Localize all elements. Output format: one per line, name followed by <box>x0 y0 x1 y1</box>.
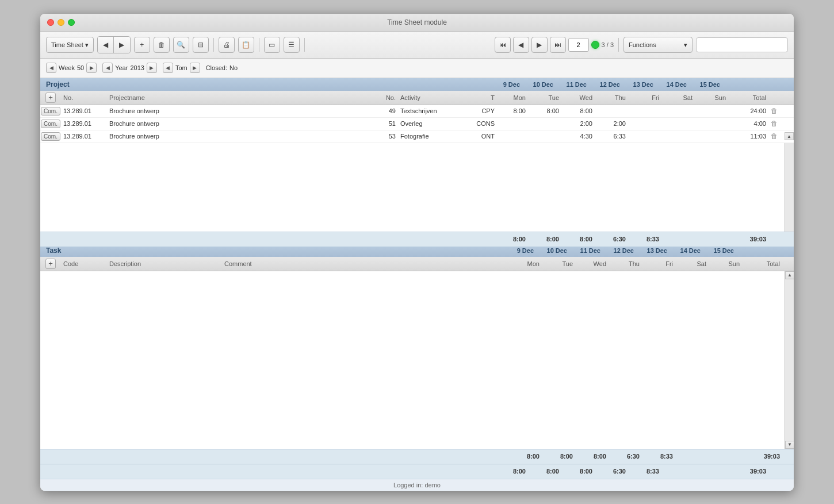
delete-row-3-button[interactable]: 🗑 <box>771 132 778 140</box>
minimize-button[interactable] <box>58 19 64 26</box>
module-dropdown[interactable]: Time Sheet ▾ <box>46 37 94 53</box>
thu-3[interactable]: 6:33 <box>597 133 630 140</box>
del-header-space <box>765 81 779 88</box>
delete-row-2-button[interactable]: 🗑 <box>771 120 778 128</box>
grand-total-row: 8:00 8:00 8:00 6:30 8:33 39:03 <box>40 464 794 479</box>
project-name-2: Brochure ontwerp <box>107 120 374 127</box>
export-button[interactable]: 📋 <box>238 37 254 53</box>
year-prev-button[interactable]: ◀ <box>102 63 113 73</box>
print-button[interactable]: 🖨 <box>219 37 235 53</box>
delete-record-button[interactable]: 🗑 <box>154 37 170 53</box>
view-single-button[interactable]: ▭ <box>264 37 280 53</box>
comment-button-3[interactable]: Com. <box>41 132 60 141</box>
task-col-total-header: Total <box>744 260 785 267</box>
col-thu-header: Thu <box>597 94 630 101</box>
nav-bar: ◀ Week 50 ▶ ◀ Year 2013 ▶ ◀ Tom ▶ Closed… <box>40 59 794 78</box>
task-col-desc-header: Description <box>107 260 222 267</box>
task-table-body: ▲ ▼ <box>40 271 794 449</box>
add-project-row-button[interactable]: + <box>45 93 56 103</box>
task-scroll-up-arrow[interactable]: ▲ <box>785 271 794 279</box>
year-nav: ◀ Year 2013 ▶ <box>102 63 157 73</box>
add-task-row-button[interactable]: + <box>45 259 56 269</box>
project-table-header: + No. Projectname No. Activity T Mon Tue… <box>40 91 794 105</box>
page-navigation: ⏮ ◀ ▶ ⏭ 2 3 / 3 <box>495 37 614 53</box>
thu-2[interactable]: 2:00 <box>597 120 630 127</box>
toolbar: Time Sheet ▾ ◀ ▶ + 🗑 🔍 ⊟ 🖨 📋 ▭ ☰ ⏮ ◀ ▶ ⏭… <box>40 32 794 59</box>
type-1: CPY <box>468 107 497 114</box>
duplicate-button[interactable]: ⊟ <box>193 37 209 53</box>
main-content: Project 9 Dec 10 Dec 11 Dec 12 Dec 13 De… <box>40 78 794 479</box>
total-3: 11:03 <box>730 133 771 140</box>
task-col-sat-header: Sat <box>678 260 711 267</box>
last-page-button[interactable]: ⏭ <box>550 37 566 53</box>
task-footer-thu: 6:30 <box>611 453 644 460</box>
year-next-button[interactable]: ▶ <box>147 63 157 73</box>
tue-1[interactable]: 8:00 <box>530 107 564 114</box>
col-actno-header: No. <box>374 94 399 101</box>
task-footer-wed: 8:00 <box>577 453 611 460</box>
footer-mon: 8:00 <box>497 236 530 243</box>
wed-3[interactable]: 4:30 <box>564 133 597 140</box>
activity-1: Textschrijven <box>399 107 468 114</box>
nav-group: ◀ ▶ <box>97 36 131 53</box>
col-t-header: T <box>468 94 497 101</box>
date-13dec: 13 Dec <box>625 81 658 88</box>
grand-total-mon: 8:00 <box>497 468 530 475</box>
footer-fri: 8:33 <box>630 236 664 243</box>
task-col-thu-header: Thu <box>611 260 644 267</box>
week-value: 50 <box>77 64 84 71</box>
search-input[interactable] <box>696 37 788 52</box>
date-9dec: 9 Dec <box>491 81 525 88</box>
task-date-9dec: 9 Dec <box>505 247 538 254</box>
col-mon-header: Mon <box>497 94 530 101</box>
task-scroll-down-arrow[interactable]: ▼ <box>785 441 794 449</box>
person-next-button[interactable]: ▶ <box>190 63 200 73</box>
week-label: Week <box>59 64 75 71</box>
footer-total: 39:03 <box>730 236 771 243</box>
type-2: CONS <box>468 120 497 127</box>
wed-2[interactable]: 2:00 <box>564 120 597 127</box>
page-count: 3 / 3 <box>602 41 614 48</box>
date-11dec: 11 Dec <box>558 81 591 88</box>
next-button[interactable]: ▶ <box>114 37 130 53</box>
act-no-3: 53 <box>374 133 399 140</box>
main-window: Time Sheet module Time Sheet ▾ ◀ ▶ + 🗑 🔍… <box>40 14 794 491</box>
task-date-12dec: 12 Dec <box>605 247 638 254</box>
task-table-footer: 8:00 8:00 8:00 6:30 8:33 39:03 <box>40 449 794 464</box>
page-number-input[interactable]: 2 <box>568 38 589 52</box>
prev-button[interactable]: ◀ <box>98 37 114 53</box>
delete-row-1-button[interactable]: 🗑 <box>771 107 778 115</box>
scroll-up-arrow[interactable]: ▲ <box>785 132 794 140</box>
person-prev-button[interactable]: ◀ <box>163 63 173 73</box>
functions-arrow: ▾ <box>684 41 687 49</box>
week-prev-button[interactable]: ◀ <box>46 63 56 73</box>
year-value: 2013 <box>130 64 144 71</box>
maximize-button[interactable] <box>68 19 75 26</box>
week-next-button[interactable]: ▶ <box>86 63 97 73</box>
first-page-button[interactable]: ⏮ <box>495 37 511 53</box>
project-name-1: Brochure ontwerp <box>107 107 374 114</box>
task-footer-fri: 8:33 <box>644 453 678 460</box>
total-2: 4:00 <box>730 120 771 127</box>
activity-2: Overleg <box>399 120 468 127</box>
add-record-button[interactable]: + <box>134 37 150 53</box>
comment-button-1[interactable]: Com. <box>41 107 60 116</box>
task-date-14dec: 14 Dec <box>672 247 705 254</box>
view-list-button[interactable]: ☰ <box>284 37 300 53</box>
traffic-lights <box>47 19 75 26</box>
prev-page-button[interactable]: ◀ <box>513 37 529 53</box>
table-row: Com. 13.289.01 Brochure ontwerp 49 Texts… <box>40 105 794 118</box>
wed-1[interactable]: 8:00 <box>564 107 597 114</box>
task-section-title: Task <box>46 247 505 255</box>
total-1: 24:00 <box>730 107 771 114</box>
comment-button-2[interactable]: Com. <box>41 120 60 128</box>
mon-1[interactable]: 8:00 <box>497 107 530 114</box>
next-page-button[interactable]: ▶ <box>531 37 548 53</box>
col-tue-header: Tue <box>530 94 564 101</box>
functions-dropdown[interactable]: Functions ▾ <box>623 37 693 53</box>
search-button[interactable]: 🔍 <box>173 37 189 53</box>
week-nav: ◀ Week 50 ▶ <box>46 63 97 73</box>
close-button[interactable] <box>47 19 54 26</box>
task-col-comment-header: Comment <box>222 260 511 267</box>
status-indicator <box>591 41 599 49</box>
